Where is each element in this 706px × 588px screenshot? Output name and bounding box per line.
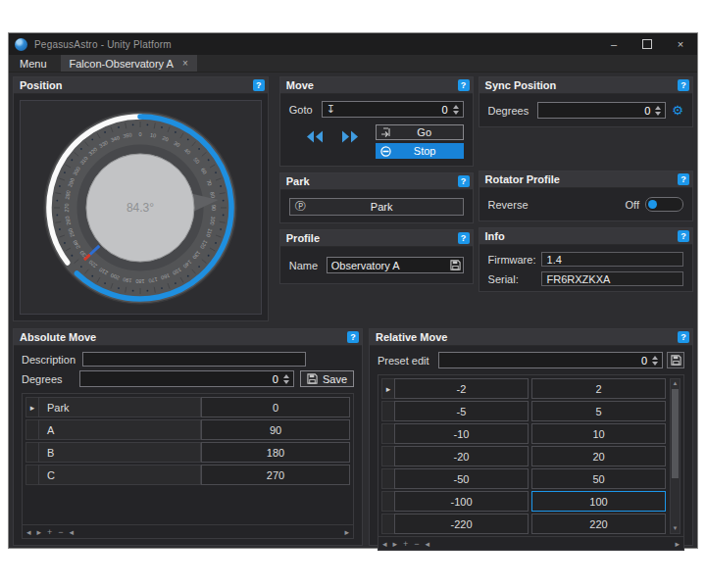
preset-name-cell[interactable]: C bbox=[38, 465, 201, 485]
absolute-move-title: Absolute Move bbox=[20, 331, 96, 343]
table-row[interactable]: -1010 bbox=[381, 423, 669, 444]
nav-next-icon[interactable]: ▸ bbox=[393, 539, 398, 549]
table-row[interactable]: -100100 bbox=[381, 491, 669, 512]
nav-prev-icon[interactable]: ◂ bbox=[70, 527, 75, 537]
help-icon[interactable]: ? bbox=[253, 79, 265, 91]
row-selector[interactable] bbox=[381, 401, 394, 421]
help-icon[interactable]: ? bbox=[458, 175, 470, 187]
preset-name-cell[interactable]: Park bbox=[38, 397, 201, 417]
table-row[interactable]: -5050 bbox=[381, 468, 669, 489]
help-icon[interactable]: ? bbox=[678, 173, 689, 185]
gear-icon[interactable]: ⚙ bbox=[672, 104, 683, 117]
relative-table-navigator: ◂ ▸ + − ◂ ▸ bbox=[378, 536, 683, 550]
relative-positive-cell[interactable]: 50 bbox=[531, 468, 666, 489]
preset-spinner[interactable] bbox=[650, 356, 660, 366]
row-selector[interactable] bbox=[381, 446, 394, 466]
minimize-button[interactable]: – bbox=[597, 33, 630, 55]
relative-negative-cell[interactable]: -220 bbox=[394, 514, 529, 534]
row-selector[interactable] bbox=[381, 468, 394, 489]
sync-degrees-input[interactable]: 0 bbox=[537, 102, 667, 119]
relative-positive-cell[interactable]: 5 bbox=[531, 401, 666, 421]
row-selector[interactable] bbox=[25, 419, 38, 440]
preset-save-button[interactable] bbox=[667, 352, 684, 368]
tab-close-icon[interactable]: × bbox=[182, 58, 188, 69]
nav-last-icon[interactable]: ▸ bbox=[675, 539, 680, 549]
relative-positive-cell[interactable]: 10 bbox=[531, 423, 666, 444]
preset-name-cell[interactable]: B bbox=[38, 442, 201, 463]
save-icon bbox=[307, 373, 318, 384]
relative-negative-cell[interactable]: -20 bbox=[394, 446, 529, 466]
nav-first-icon[interactable]: ◂ bbox=[26, 527, 31, 537]
goto-input[interactable]: ↧ 0 bbox=[322, 101, 464, 118]
relative-positive-cell[interactable]: 220 bbox=[531, 514, 666, 534]
preset-value-cell[interactable]: 180 bbox=[201, 442, 350, 463]
nav-add-icon[interactable]: + bbox=[47, 527, 52, 537]
profile-name-input[interactable]: Observatory A bbox=[327, 257, 464, 273]
preset-value-cell[interactable]: 0 bbox=[201, 397, 350, 417]
abs-degrees-input[interactable]: 0 bbox=[79, 370, 294, 387]
preset-value-cell[interactable]: 90 bbox=[201, 419, 350, 440]
go-button[interactable]: Go bbox=[376, 124, 464, 140]
nav-add-icon[interactable]: + bbox=[403, 539, 408, 549]
relative-negative-cell[interactable]: -10 bbox=[394, 423, 529, 444]
scrollbar-thumb[interactable] bbox=[672, 389, 679, 478]
table-row[interactable]: -2020 bbox=[381, 446, 669, 466]
vertical-scrollbar[interactable]: ▲ ▼ bbox=[670, 378, 681, 534]
preset-value-cell[interactable]: 270 bbox=[201, 465, 350, 485]
relative-negative-cell[interactable]: -5 bbox=[394, 401, 529, 421]
close-button[interactable]: × bbox=[664, 33, 697, 55]
help-icon[interactable]: ? bbox=[347, 331, 359, 343]
scroll-up-icon[interactable]: ▲ bbox=[673, 379, 679, 388]
table-row[interactable]: ▸-22 bbox=[381, 378, 669, 399]
goto-spinner[interactable] bbox=[451, 105, 461, 115]
park-button[interactable]: Ⓟ Park bbox=[289, 198, 464, 216]
sync-spinner[interactable] bbox=[653, 106, 663, 116]
row-selector[interactable] bbox=[381, 423, 394, 444]
preset-name-cell[interactable]: A bbox=[38, 419, 201, 440]
relative-negative-cell[interactable]: -100 bbox=[394, 491, 529, 512]
row-selector[interactable] bbox=[25, 465, 38, 485]
tab-falcon-observatory-a[interactable]: Falcon-Observatory A × bbox=[61, 55, 197, 72]
reverse-toggle[interactable] bbox=[645, 197, 683, 212]
table-row[interactable]: -55 bbox=[381, 401, 669, 421]
help-icon[interactable]: ? bbox=[678, 230, 689, 242]
relative-positive-cell[interactable]: 100 bbox=[531, 491, 666, 512]
help-icon[interactable]: ? bbox=[678, 331, 689, 343]
help-icon[interactable]: ? bbox=[458, 79, 470, 91]
help-icon[interactable]: ? bbox=[458, 232, 470, 244]
nav-last-icon[interactable]: ▸ bbox=[344, 527, 349, 537]
abs-degrees-spinner[interactable] bbox=[281, 374, 291, 384]
row-selector[interactable] bbox=[381, 491, 394, 512]
nav-remove-icon[interactable]: − bbox=[414, 539, 419, 549]
menu-button[interactable]: Menu bbox=[9, 55, 58, 72]
table-row[interactable]: A90 bbox=[25, 419, 350, 440]
save-preset-button[interactable]: Save bbox=[300, 370, 354, 387]
maximize-button[interactable] bbox=[630, 33, 664, 55]
table-row[interactable]: C270 bbox=[25, 465, 350, 485]
relative-negative-cell[interactable]: -50 bbox=[394, 468, 529, 489]
save-icon[interactable] bbox=[450, 260, 461, 270]
table-row[interactable]: -220220 bbox=[381, 514, 669, 534]
nav-first-icon[interactable]: ◂ bbox=[382, 539, 387, 549]
relative-positive-cell[interactable]: 20 bbox=[531, 446, 666, 466]
scroll-down-icon[interactable]: ▼ bbox=[673, 524, 679, 533]
step-right-icon[interactable] bbox=[340, 130, 359, 143]
relative-positive-cell[interactable]: 2 bbox=[531, 378, 666, 399]
stop-button[interactable]: Stop bbox=[376, 143, 464, 159]
table-row[interactable]: B180 bbox=[25, 442, 350, 463]
nav-next-icon[interactable]: ▸ bbox=[37, 527, 42, 537]
step-left-icon[interactable] bbox=[306, 130, 325, 143]
relative-negative-cell[interactable]: -2 bbox=[394, 378, 529, 399]
help-icon[interactable]: ? bbox=[678, 79, 689, 91]
description-input[interactable] bbox=[82, 352, 306, 367]
row-selector[interactable]: ▸ bbox=[25, 397, 38, 417]
preset-edit-input[interactable]: 0 bbox=[438, 352, 663, 368]
nav-remove-icon[interactable]: − bbox=[58, 527, 63, 537]
table-row[interactable]: ▸Park0 bbox=[25, 397, 350, 417]
position-dial[interactable]: 0102030405060708090100110120130140150160… bbox=[36, 104, 244, 312]
row-selector[interactable] bbox=[25, 442, 38, 463]
nav-prev-icon[interactable]: ◂ bbox=[426, 539, 430, 549]
row-selector[interactable]: ▸ bbox=[381, 378, 394, 399]
serial-label: Serial: bbox=[488, 273, 541, 285]
row-selector[interactable] bbox=[381, 514, 394, 534]
